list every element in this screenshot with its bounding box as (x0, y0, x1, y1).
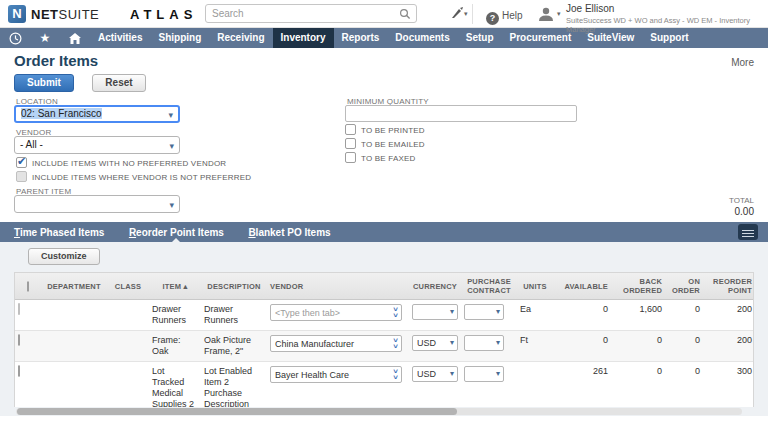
col-header-description[interactable]: DESCRIPTION (201, 273, 267, 300)
col-header-vendor[interactable]: VENDOR (267, 273, 409, 300)
purchase-contract-select[interactable]: ▾ (464, 366, 504, 382)
location-select-arrow-icon[interactable]: ▾ (168, 108, 173, 122)
recent-records-icon[interactable] (0, 29, 30, 48)
tab-time-phased-items[interactable]: Time Phased Items (4, 223, 114, 243)
top-header: N NETSUITE ATLAS ▾ ?Help ▾ Joe Ellison S… (0, 0, 768, 28)
row-checkbox[interactable] (18, 303, 20, 315)
avatar-icon[interactable] (536, 7, 556, 21)
cell-department (41, 300, 107, 331)
row-checkbox[interactable] (18, 334, 20, 346)
reset-button[interactable]: Reset (92, 74, 145, 92)
vendor-select-arrow-icon[interactable]: ▾ (169, 138, 174, 154)
include-not-preferred-checkbox[interactable] (16, 171, 27, 182)
search-input[interactable] (212, 6, 392, 21)
parent-item-select-arrow-icon[interactable]: ▾ (169, 197, 174, 213)
row-checkbox[interactable] (18, 365, 20, 377)
to-be-printed-checkbox[interactable] (345, 124, 356, 135)
purchase-contract-select[interactable]: ▾ (464, 304, 504, 320)
col-header-currency[interactable]: CURRENCY (409, 273, 461, 300)
nav-item-inventory[interactable]: Inventory (273, 28, 334, 48)
vendor-input[interactable] (275, 368, 383, 381)
cell-available: 0 (553, 300, 611, 331)
tab-blanket-po-items[interactable]: Blanket PO Items (238, 223, 340, 243)
nav-item-documents[interactable]: Documents (387, 28, 457, 48)
nav-item-receiving[interactable]: Receiving (209, 28, 272, 48)
to-be-faxed-checkbox[interactable] (345, 152, 356, 163)
vendor-select[interactable]: - All - ▾ (14, 136, 180, 154)
brand-light: SUITE (59, 7, 100, 22)
col-header-reorder-point[interactable]: REORDER POINT (703, 273, 754, 300)
col-header-department[interactable]: DEPARTMENT (41, 273, 107, 300)
vendor-combobox[interactable]: ˅˅ (270, 335, 402, 352)
help-label[interactable]: Help (502, 10, 523, 21)
customize-button[interactable]: Customize (28, 248, 100, 265)
to-be-emailed-checkbox[interactable] (345, 138, 356, 149)
parent-item-select[interactable]: ▾ (14, 195, 180, 213)
purchase-contract-select[interactable]: ▾ (464, 335, 504, 351)
cell-back-ordered: 0 (611, 362, 665, 408)
col-header-available[interactable]: AVAILABLE (553, 273, 611, 300)
netsuite-logo-icon[interactable]: N (8, 5, 26, 23)
vendor-combobox[interactable]: ˅˅ (270, 366, 402, 383)
currency-arrow-icon: ▾ (450, 305, 454, 319)
col-header-purchase-contract[interactable]: PURCHASE CONTRACT (461, 273, 517, 300)
include-not-preferred-label: INCLUDE ITEMS WHERE VENDOR IS NOT PREFER… (32, 173, 251, 182)
vendor-input[interactable] (275, 337, 383, 350)
currency-select[interactable]: ▾ (412, 304, 458, 320)
tab-rest-label: ime Phased Items (20, 227, 104, 238)
quick-add-icon[interactable] (450, 6, 464, 20)
vendor-combobox[interactable]: ˅˅ (270, 304, 402, 321)
help-icon[interactable]: ?Help (486, 7, 523, 25)
vendor-chevrons-icon[interactable]: ˅˅ (393, 307, 398, 319)
table-header-row: DEPARTMENT CLASS ITEM ▴ DESCRIPTION VEND… (15, 273, 754, 300)
cell-item: Lot Tracked Medical Supplies 2 (149, 362, 201, 408)
more-link[interactable]: More (731, 57, 754, 68)
cell-reorder-point: 200 (703, 331, 754, 362)
currency-select[interactable]: USD▾ (412, 335, 458, 351)
vendor-chevrons-icon[interactable]: ˅˅ (393, 369, 398, 381)
vendor-chevrons-icon[interactable]: ˅˅ (393, 338, 398, 350)
col-header-on-order[interactable]: ON ORDER (665, 273, 703, 300)
nav-item-activities[interactable]: Activities (90, 28, 150, 48)
user-role: SuiteSuccess WD + WO and Assy - WD EM - … (566, 16, 766, 34)
col-header-class[interactable]: CLASS (107, 273, 149, 300)
global-search[interactable] (205, 4, 417, 23)
scrollbar-thumb[interactable] (17, 408, 457, 415)
cell-department (41, 331, 107, 362)
nav-item-reports[interactable]: Reports (334, 28, 388, 48)
col-header-units[interactable]: UNITS (517, 273, 553, 300)
search-icon[interactable] (399, 8, 411, 20)
include-no-preferred-label: INCLUDE ITEMS WITH NO PREFERRED VENDOR (32, 159, 226, 168)
currency-value: USD (417, 369, 436, 379)
cell-units (517, 362, 553, 408)
list-view-icon[interactable] (738, 224, 758, 240)
items-table-wrap: DEPARTMENT CLASS ITEM ▴ DESCRIPTION VEND… (14, 272, 754, 407)
user-info[interactable]: Joe Ellison SuiteSuccess WD + WO and Ass… (566, 3, 766, 34)
col-header-back-ordered[interactable]: BACK ORDERED (611, 273, 665, 300)
currency-arrow-icon: ▾ (450, 336, 454, 350)
nav-item-setup[interactable]: Setup (458, 28, 502, 48)
horizontal-scrollbar[interactable] (16, 408, 742, 415)
cell-class (107, 331, 149, 362)
brand-bold: NET (31, 7, 59, 22)
to-be-emailed-label: TO BE EMAILED (361, 140, 425, 149)
minimum-quantity-input[interactable] (345, 105, 577, 122)
avatar-caret-icon[interactable]: ▾ (557, 10, 561, 18)
vendor-input[interactable] (275, 306, 383, 319)
quick-add-caret-icon[interactable]: ▾ (464, 10, 468, 18)
submit-button[interactable]: Submit (14, 74, 74, 92)
tab-reorder-point-items[interactable]: Reorder Point Items (119, 223, 234, 243)
cell-reorder-point: 300 (703, 362, 754, 408)
include-no-preferred-checkbox[interactable] (16, 157, 27, 168)
nav-item-shipping[interactable]: Shipping (150, 28, 209, 48)
cell-units: Ft (517, 331, 553, 362)
home-icon[interactable] (60, 29, 90, 48)
shortcuts-star-icon[interactable]: ★ (30, 28, 60, 48)
select-all-checkbox[interactable] (27, 281, 29, 292)
cell-units: Ea (517, 300, 553, 331)
currency-select[interactable]: USD▾ (412, 366, 458, 382)
col-header-item[interactable]: ITEM ▴ (149, 273, 201, 300)
currency-arrow-icon: ▾ (450, 367, 454, 381)
cell-department (41, 362, 107, 408)
location-select[interactable]: 02: San Francisco ▾ (14, 105, 180, 123)
